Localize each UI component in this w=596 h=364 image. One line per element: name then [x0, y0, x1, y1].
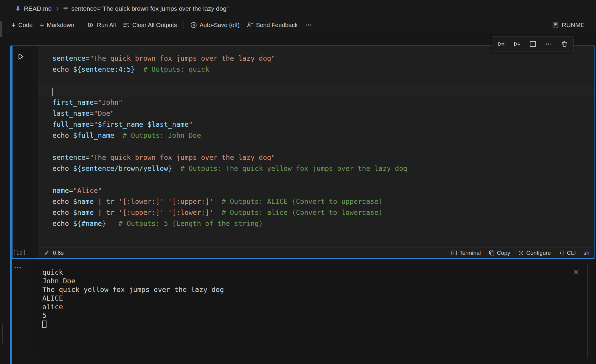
output-line: alice	[42, 303, 569, 311]
kernel-selector-button[interactable]: RUNME	[548, 19, 588, 31]
code-line[interactable]: echo $full_name # Outputs: John Doe	[38, 130, 594, 141]
feedback-person-icon	[247, 22, 253, 28]
code-line[interactable]	[38, 75, 594, 86]
output-line: quick	[42, 268, 569, 277]
execution-duration: 0.6s	[53, 250, 64, 256]
breadcrumb-section-label: sentence="The quick brown fox jumps over…	[71, 5, 229, 12]
toolbar-more-button[interactable]	[301, 19, 316, 31]
code-line[interactable]: first_name="John"	[38, 97, 594, 108]
cell-more-button[interactable]	[541, 38, 556, 51]
cell-statusbar: ✓ 0.6s Terminal Copy	[38, 247, 594, 258]
delete-cell-button[interactable]	[556, 38, 572, 51]
copy-label: Copy	[497, 250, 510, 256]
clear-all-outputs-label: Clear All Outputs	[132, 22, 177, 29]
code-line[interactable]: echo ${sentence:4:5} # Outputs: quick	[38, 64, 594, 75]
gear-icon	[518, 250, 524, 256]
cell-editor-container: sentence="The quick brown fox jumps over…	[38, 46, 594, 258]
run-all-button[interactable]: Run All	[84, 20, 119, 31]
success-check-icon: ✓	[44, 249, 49, 257]
left-scrollbar-thumb[interactable]	[0, 21, 2, 37]
code-line[interactable]: sentence="The quick brown fox jumps over…	[38, 152, 594, 163]
close-output-button[interactable]	[572, 268, 581, 276]
breadcrumb: READ.md sentence="The quick brown fox ju…	[0, 0, 596, 17]
cli-icon	[558, 250, 564, 256]
cli-label: CLI	[567, 250, 576, 256]
auto-save-button[interactable]: Auto-Save (off)	[187, 20, 243, 31]
output-more-actions-button[interactable]	[14, 264, 21, 271]
text-cursor	[52, 88, 53, 96]
split-cell-button[interactable]	[525, 38, 541, 51]
output-line: 5	[42, 311, 569, 320]
terminal-icon	[451, 250, 457, 256]
run-below-button[interactable]	[509, 38, 525, 51]
configure-button[interactable]: Configure	[518, 250, 551, 256]
symbol-list-icon	[63, 6, 68, 11]
add-code-button[interactable]: + Code	[8, 20, 36, 31]
notebook-cell: sentence="The quick brown fox jumps over…	[12, 46, 595, 259]
run-all-label: Run All	[97, 22, 116, 29]
auto-save-label: Auto-Save (off)	[200, 22, 240, 29]
cell-output: quickJohn DoeThe quick yellow fox jumps …	[36, 264, 588, 357]
code-line[interactable]	[38, 141, 594, 152]
send-feedback-label: Send Feedback	[256, 22, 298, 29]
code-line[interactable]: echo ${#name} # Outputs: 5 (Length of th…	[38, 218, 594, 229]
toolbar-divider	[81, 21, 81, 29]
breadcrumb-file-label: READ.md	[24, 5, 52, 12]
terminal-button[interactable]: Terminal	[451, 250, 481, 256]
output-text: quickJohn DoeThe quick yellow fox jumps …	[36, 264, 587, 357]
code-line[interactable]	[38, 86, 594, 97]
ellipsis-icon	[305, 21, 312, 29]
execution-count: [10]	[13, 249, 26, 256]
cell-toolbar	[492, 36, 574, 52]
send-feedback-button[interactable]: Send Feedback	[243, 20, 301, 31]
language-selector[interactable]: sh	[583, 250, 589, 256]
code-editor[interactable]: sentence="The quick brown fox jumps over…	[38, 46, 594, 247]
code-line[interactable]: echo $name | tr '[:upper:]' '[:lower:]' …	[38, 207, 594, 218]
plus-icon: +	[40, 22, 44, 28]
add-markdown-label: Markdown	[47, 22, 74, 29]
plus-icon: +	[11, 22, 16, 28]
run-cell-button[interactable]	[16, 52, 26, 61]
terminal-block-cursor	[42, 321, 46, 328]
breadcrumb-section[interactable]: sentence="The quick brown fox jumps over…	[63, 5, 229, 12]
chevron-right-icon	[55, 6, 60, 11]
runme-logo-icon	[552, 21, 559, 29]
output-line: ALICE	[42, 294, 569, 303]
output-cursor-line	[42, 320, 569, 330]
code-line[interactable]: name="Alice"	[38, 185, 594, 196]
terminal-label: Terminal	[460, 250, 481, 256]
output-line: John Doe	[42, 277, 569, 285]
vscode-notebook-window: READ.md sentence="The quick brown fox ju…	[0, 0, 596, 364]
add-markdown-button[interactable]: + Markdown	[36, 20, 78, 31]
breadcrumb-file[interactable]: READ.md	[15, 5, 52, 12]
add-code-label: Code	[18, 22, 33, 29]
clear-all-outputs-button[interactable]: Clear All Outputs	[119, 20, 181, 31]
toolbar-divider	[184, 21, 184, 29]
code-line[interactable]: sentence="The quick brown fox jumps over…	[38, 53, 594, 64]
code-line[interactable]: full_name="$first_name $last_name"	[38, 119, 594, 130]
left-scroll-decoration	[2, 324, 3, 343]
output-line: The quick yellow fox jumps over the lazy…	[42, 285, 569, 294]
copy-button[interactable]: Copy	[489, 250, 510, 256]
copy-icon	[489, 250, 495, 256]
circle-play-icon	[190, 22, 197, 28]
kernel-label: RUNME	[562, 21, 585, 29]
configure-label: Configure	[526, 250, 551, 256]
cli-button[interactable]: CLI	[558, 250, 576, 256]
clear-all-icon	[123, 22, 130, 28]
notebook-toolbar: + Code + Markdown Run All Clear All Outp…	[0, 17, 596, 33]
cell-focus-indicator	[10, 46, 12, 364]
run-above-button[interactable]	[493, 38, 509, 51]
code-line[interactable]	[38, 174, 594, 185]
markdown-file-icon	[15, 6, 21, 12]
code-line[interactable]: last_name="Doe"	[38, 108, 594, 119]
code-line[interactable]: echo $name | tr '[:lower:]' '[:upper:]' …	[38, 196, 594, 207]
code-line[interactable]: echo ${sentence/brown/yellow} # Outputs:…	[38, 163, 594, 174]
run-all-icon	[88, 22, 94, 28]
